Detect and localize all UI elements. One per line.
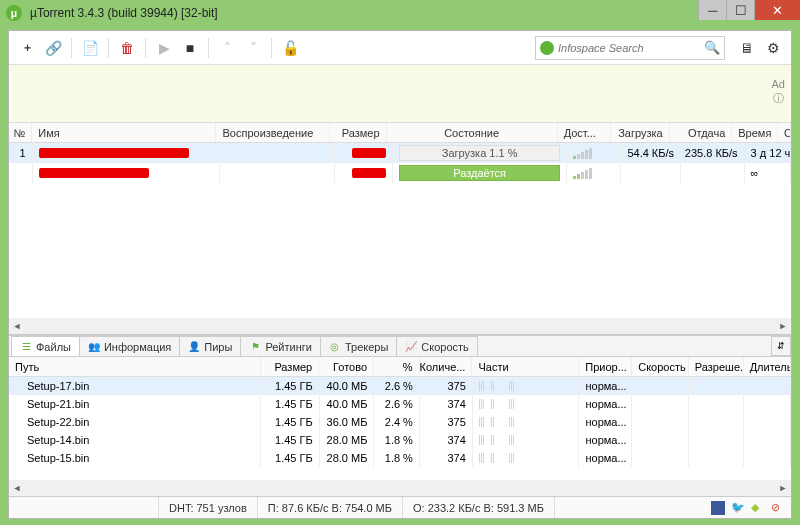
minimize-button[interactable]: ─ [698,0,726,20]
horizontal-scrollbar[interactable]: ◄ ► [9,318,791,334]
col-perm[interactable]: Разреше... [689,357,744,376]
progress-bar: Загрузка 1.1 % [399,145,560,161]
col-download[interactable]: Загрузка [611,123,670,142]
maximize-button[interactable]: ☐ [726,0,754,20]
remote-icon[interactable]: 🖥 [735,36,759,60]
settings-icon[interactable]: ⚙ [761,36,785,60]
col-size[interactable]: Размер [330,123,387,142]
files-icon: ☰ [20,341,32,353]
move-down-icon[interactable]: ˅ [241,36,265,60]
status-upload[interactable]: О: 233.2 КБ/с В: 591.3 МБ [403,497,555,518]
cell-name [33,163,221,183]
ratings-icon: ⚑ [249,341,261,353]
col-path[interactable]: Путь [9,357,261,376]
app-icon: µ [6,5,22,21]
torrent-row[interactable]: 1 Загрузка 1.1 % 54.4 КБ/s 235.8 КБ/s 3 … [9,143,791,163]
col-duration[interactable]: Длитель... [744,357,791,376]
stop-icon[interactable]: ■ [178,36,202,60]
search-provider-icon [540,41,554,55]
status-dht[interactable]: DHT: 751 узлов [159,497,258,518]
col-play[interactable]: Воспроизведение [216,123,329,142]
horizontal-scrollbar[interactable]: ◄ ► [9,480,791,496]
torrent-list-header[interactable]: № Имя Воспроизведение Размер Состояние Д… [9,123,791,143]
file-row[interactable]: Setup-14.bin1.45 ГБ28.0 МБ1.8 %374норма.… [9,431,791,449]
facebook-icon[interactable] [711,501,725,515]
file-row[interactable]: Setup-15.bin1.45 ГБ28.0 МБ1.8 %374норма.… [9,449,791,467]
col-avail[interactable]: Дост... [558,123,611,142]
start-icon[interactable]: ▶ [152,36,176,60]
col-percent[interactable]: % [374,357,420,376]
ad-label: Adⓘ [772,77,785,105]
move-up-icon[interactable]: ˄ [215,36,239,60]
pieces-icon [479,434,514,446]
cell-path: Setup-14.bin [9,431,261,449]
col-done[interactable]: Готово [319,357,374,376]
search-input[interactable] [558,42,704,54]
pieces-icon [479,398,514,410]
add-url-icon[interactable]: 🔗 [41,36,65,60]
titlebar: µ µTorrent 3.4.3 (build 39944) [32-bit] … [0,0,800,26]
scroll-right-icon[interactable]: ► [775,321,791,331]
col-number[interactable]: № [9,123,32,142]
create-torrent-icon[interactable]: 📄 [78,36,102,60]
close-button[interactable]: ✕ [754,0,800,20]
col-parts[interactable]: Части [472,357,579,376]
cell-size [335,143,393,163]
cell-path: Setup-17.bin [9,377,261,395]
tab-peers[interactable]: 👤Пиры [179,336,241,356]
col-size[interactable]: Размер [261,357,320,376]
col-upload[interactable]: Отдача [670,123,733,142]
peers-icon: 👤 [188,341,200,353]
expand-tabs-icon[interactable]: ⇵ [771,336,791,356]
torrent-list: № Имя Воспроизведение Размер Состояние Д… [9,123,791,335]
tab-info[interactable]: 👥Информация [79,336,180,356]
block-icon[interactable]: ⊘ [771,501,785,515]
file-row[interactable]: Setup-17.bin1.45 ГБ40.0 МБ2.6 %375норма.… [9,377,791,395]
cell-number: 1 [9,143,33,163]
trackers-icon: ◎ [329,341,341,353]
progress-bar: Раздаётся [399,165,560,181]
file-row[interactable]: Setup-22.bin1.45 ГБ36.0 МБ2.4 %375норма.… [9,413,791,431]
tab-trackers[interactable]: ◎Трекеры [320,336,397,356]
twitter-icon[interactable]: 🐦 [731,501,745,515]
pieces-icon [479,380,514,392]
status-download[interactable]: П: 87.6 КБ/с В: 754.0 МБ [258,497,403,518]
delete-icon[interactable]: 🗑 [115,36,139,60]
pieces-icon [479,452,514,464]
scroll-left-icon[interactable]: ◄ [9,483,25,493]
cell-path: Setup-15.bin [9,449,261,467]
col-speed[interactable]: Скорость [632,357,689,376]
col-state[interactable]: Состояние [387,123,558,142]
cell-size [335,163,393,183]
tab-speed[interactable]: 📈Скорость [396,336,478,356]
android-icon[interactable]: ◆ [751,501,765,515]
files-panel: Путь Размер Готово % Количе... Части При… [9,357,791,496]
availability-icon [573,147,592,159]
pieces-icon [479,416,514,428]
search-box[interactable]: 🔍 [535,36,725,60]
scroll-left-icon[interactable]: ◄ [9,321,25,331]
info-icon: 👥 [88,341,100,353]
torrent-row[interactable]: Раздаётся ∞ [9,163,791,183]
col-name[interactable]: Имя [32,123,216,142]
unlock-icon[interactable]: 🔓 [278,36,302,60]
cell-name [33,143,221,163]
window-title: µTorrent 3.4.3 (build 39944) [32-bit] [30,6,218,20]
files-header[interactable]: Путь Размер Готово % Количе... Части При… [9,357,791,377]
col-priority[interactable]: Приор... [579,357,632,376]
availability-icon [573,167,592,179]
scroll-right-icon[interactable]: ► [775,483,791,493]
cell-path: Setup-21.bin [9,395,261,413]
col-more[interactable]: С [778,123,791,142]
search-icon[interactable]: 🔍 [704,40,720,55]
col-count[interactable]: Количе... [420,357,473,376]
tab-ratings[interactable]: ⚑Рейтинги [240,336,321,356]
statusbar: DHT: 751 узлов П: 87.6 КБ/с В: 754.0 МБ … [9,496,791,518]
file-row[interactable]: Setup-21.bin1.45 ГБ40.0 МБ2.6 %374норма.… [9,395,791,413]
app-window: ＋ 🔗 📄 🗑 ▶ ■ ˄ ˅ 🔓 🔍 🖥 ⚙ Adⓘ № Имя Воспро… [8,30,792,519]
detail-tabs: ☰Файлы 👥Информация 👤Пиры ⚑Рейтинги ◎Трек… [9,335,791,357]
add-torrent-icon[interactable]: ＋ [15,36,39,60]
tab-files[interactable]: ☰Файлы [11,336,80,356]
col-time[interactable]: Время [732,123,778,142]
speed-icon: 📈 [405,341,417,353]
